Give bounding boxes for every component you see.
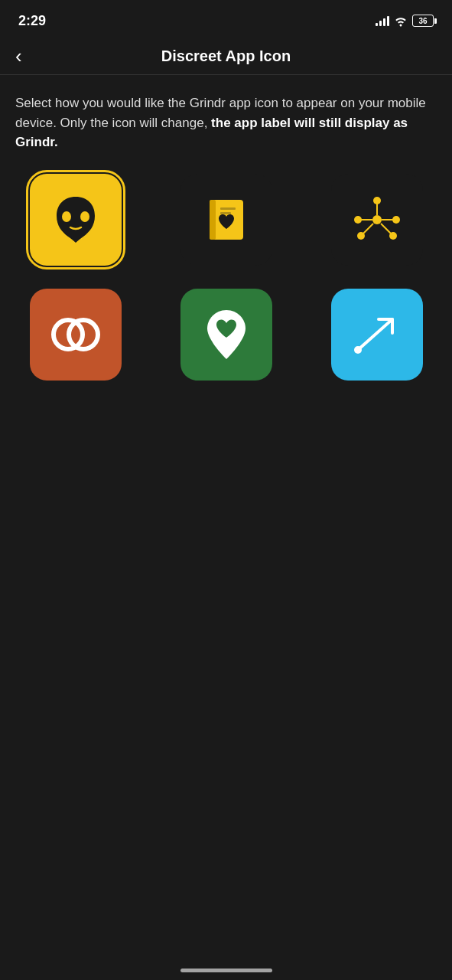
status-icons: 36 (376, 15, 434, 27)
svg-line-13 (381, 224, 391, 234)
page-header: ‹ Discreet App Icon (0, 38, 452, 75)
network-dots-icon (346, 189, 408, 250)
svg-point-8 (373, 197, 381, 204)
app-icon-location[interactable] (180, 289, 272, 381)
icon-wrapper-network (317, 174, 437, 266)
wifi-icon (394, 15, 408, 26)
svg-point-20 (354, 346, 362, 354)
status-bar: 2:29 36 (0, 0, 452, 38)
icon-wrapper-rings (15, 289, 135, 381)
icon-wrapper-book (166, 174, 286, 266)
svg-line-19 (358, 319, 392, 350)
page-title: Discreet App Icon (161, 47, 291, 65)
app-icon-arrow[interactable] (331, 289, 423, 381)
icon-wrapper-arrow (317, 289, 437, 381)
icons-grid (0, 174, 452, 381)
arrow-icon (346, 304, 408, 365)
svg-rect-3 (210, 200, 216, 240)
svg-rect-4 (220, 207, 236, 210)
app-icon-grindr[interactable] (30, 174, 122, 266)
signal-icon (376, 15, 389, 26)
home-indicator (180, 969, 272, 972)
location-heart-icon (200, 304, 253, 365)
svg-rect-5 (220, 212, 231, 214)
svg-point-12 (357, 232, 365, 240)
app-icon-book[interactable] (180, 174, 272, 266)
app-icon-network[interactable] (331, 174, 423, 266)
icon-wrapper-grindr (15, 174, 135, 266)
svg-point-6 (372, 215, 382, 224)
grindr-mask-icon (45, 189, 106, 250)
svg-point-14 (389, 232, 397, 240)
battery-indicator: 36 (412, 15, 434, 27)
back-button[interactable]: ‹ (15, 44, 22, 68)
svg-point-0 (62, 211, 71, 222)
status-time: 2:29 (18, 13, 46, 29)
rings-icon (45, 304, 106, 365)
description-text: Select how you would like the Grindr app… (0, 75, 452, 174)
svg-line-11 (363, 224, 373, 234)
app-icon-rings[interactable] (30, 289, 122, 381)
icon-wrapper-location (166, 289, 286, 381)
svg-point-1 (80, 211, 89, 222)
svg-point-16 (354, 216, 362, 224)
book-heart-icon (199, 192, 254, 247)
svg-point-10 (392, 216, 400, 224)
